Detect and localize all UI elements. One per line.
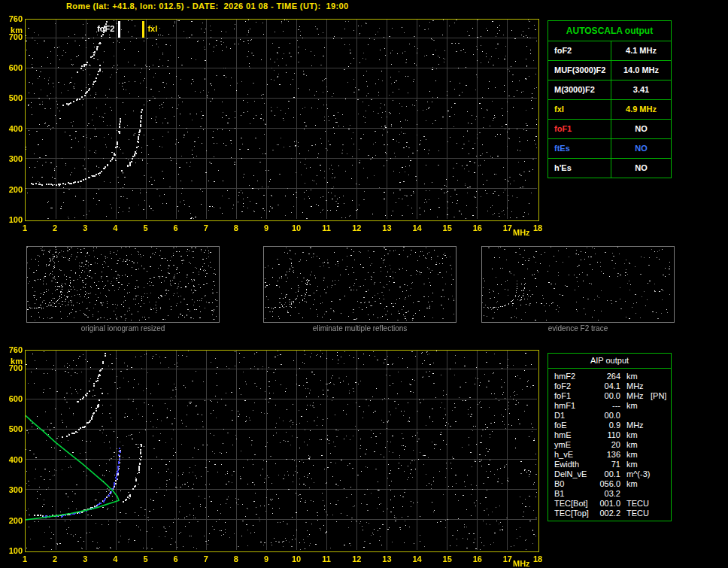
- aip-row-value: 001.0: [593, 499, 620, 509]
- aip-table-row: Ewidth 71 km: [548, 460, 671, 469]
- aip-row-unit: MHz: [626, 421, 651, 430]
- autoscala-row-label: M(3000)F2: [548, 80, 611, 99]
- autoscala-row-value: NO: [611, 120, 671, 138]
- thumbnail-canvas-eliminate: [264, 247, 454, 320]
- aip-row-label: D1: [554, 411, 593, 421]
- x-axis-tick-label: 5: [143, 554, 147, 563]
- x-axis-tick-label: 14: [412, 554, 421, 563]
- station-date-title: Rome (lat: +41.8, lon: 012.5) - DATE: 20…: [66, 2, 349, 11]
- aip-row-value: 00.0: [593, 391, 620, 401]
- autoscala-row-value: 4.1 MHz: [611, 41, 671, 60]
- aip-row-label: B0: [554, 479, 593, 489]
- aip-row-unit: km: [626, 479, 651, 489]
- autoscala-row-label: ftEs: [548, 139, 611, 158]
- aip-table-row: hmF1 --- km: [548, 401, 671, 411]
- x-axis-tick-label: 4: [113, 554, 117, 563]
- autoscala-row-label: MUF(3000)F2: [548, 61, 611, 80]
- ionogram-canvas-top: [26, 20, 537, 219]
- x-axis-tick-label: 6: [174, 554, 178, 563]
- x-axis-tick-label: 2: [53, 554, 57, 563]
- y-axis-tick-label: 100: [3, 215, 23, 224]
- aip-table-row: hmE 110 km: [548, 430, 671, 440]
- thumbnail-original-ionogram: [26, 246, 220, 323]
- autoscala-table-rows: foF2 4.1 MHz MUF(3000)F2 14.0 MHz M(3000…: [548, 41, 671, 178]
- fxI-marker-line: [142, 21, 144, 38]
- aip-row-value: 00.1: [593, 469, 620, 479]
- x-axis-tick-label: 8: [234, 223, 238, 232]
- foF2-marker-label: foF2: [97, 24, 114, 33]
- autoscala-row-label: h'Es: [548, 159, 611, 178]
- aip-row-label: Ewidth: [554, 460, 593, 469]
- autoscala-output-table: AUTOSCALA output foF2 4.1 MHz MUF(3000)F…: [548, 20, 672, 178]
- autoscala-table-row: foF1 NO: [548, 120, 671, 139]
- x-axis-tick-label: 11: [322, 554, 331, 563]
- autoscala-table-row: foF2 4.1 MHz: [548, 41, 671, 61]
- aip-row-unit: km: [626, 440, 651, 450]
- aip-table-row: TEC[Bot] 001.0 TECU: [548, 499, 671, 509]
- thumbnail-canvas-evidence: [482, 247, 672, 320]
- x-axis-tick-label: 14: [412, 223, 421, 232]
- thumbnail-eliminate-reflections: [263, 246, 457, 323]
- aip-row-label: hmF2: [554, 372, 593, 381]
- y-axis-tick-label: 600: [3, 394, 23, 403]
- autoscala-table-title: AUTOSCALA output: [548, 21, 671, 41]
- aip-row-value: 71: [593, 460, 620, 469]
- y-axis-tick-label: 300: [3, 485, 23, 494]
- y-axis-unit-label: km: [3, 26, 23, 35]
- thumbnail-canvas-original: [27, 247, 217, 320]
- aip-row-label: ymE: [554, 440, 593, 450]
- thumbnail-caption-original: original ionogram resized: [26, 324, 220, 333]
- aip-row-label: hmF1: [554, 401, 593, 411]
- y-axis-tick-label: 300: [3, 154, 23, 163]
- foF2-marker-line: [118, 21, 120, 38]
- x-axis-tick-label: 9: [264, 223, 268, 232]
- x-axis-tick-label: 11: [322, 223, 331, 232]
- y-axis-tick-label: 700: [3, 32, 23, 41]
- thumbnail-evidence-f2-trace: [481, 246, 675, 323]
- aip-row-value: 002.2: [593, 509, 620, 518]
- autoscala-row-value: 3.41: [611, 80, 671, 99]
- aip-row-unit: MHz: [626, 391, 651, 401]
- y-axis-tick-label: 700: [3, 363, 23, 372]
- aip-row-label: hmE: [554, 430, 593, 440]
- y-axis-tick-label: 760: [3, 345, 23, 354]
- aip-row-unit: km: [626, 372, 651, 381]
- y-axis-tick-label: 500: [3, 93, 23, 102]
- aip-row-unit: km: [626, 460, 651, 469]
- ionogram-canvas-bottom: [26, 351, 537, 550]
- aip-row-label: foF2: [554, 381, 593, 391]
- y-axis-tick-label: 400: [3, 124, 23, 133]
- aip-row-label: DelN_vE: [554, 469, 593, 479]
- thumbnail-caption-evidence: evidence F2 trace: [481, 324, 675, 333]
- aip-row-unit: km: [626, 401, 651, 411]
- ionogram-plot-top: foF2 fxI: [25, 19, 539, 221]
- autoscala-table-row: fxI 4.9 MHz: [548, 100, 671, 120]
- aip-row-value: 110: [593, 430, 620, 440]
- aip-row-label: foF1: [554, 391, 593, 401]
- aip-table-row: h_vE 136 km: [548, 450, 671, 460]
- y-axis-tick-label: 200: [3, 516, 23, 525]
- thumbnail-caption-eliminate: eliminate multiple reflections: [263, 324, 457, 333]
- autoscala-row-label: foF1: [548, 120, 611, 138]
- x-axis-tick-label: 16: [473, 223, 482, 232]
- autoscala-table-row: ftEs NO: [548, 139, 671, 159]
- aip-row-unit: MHz: [626, 381, 651, 391]
- aip-table-row: foF2 04.1 MHz: [548, 381, 671, 391]
- x-axis-tick-label: 18: [533, 554, 542, 563]
- aip-row-unit: TECU: [626, 509, 651, 518]
- aip-row-note: [PN]: [651, 391, 666, 401]
- ionogram-plot-bottom: [25, 350, 539, 552]
- aip-table-row: B1 03.2: [548, 489, 671, 499]
- aip-row-label: TEC[Bot]: [554, 499, 593, 509]
- y-axis-tick-label: 600: [3, 63, 23, 72]
- x-axis-tick-label: 7: [204, 223, 208, 232]
- y-axis-tick-label: 500: [3, 424, 23, 433]
- x-axis-tick-label: 1: [23, 223, 27, 232]
- autoscala-row-value: 4.9 MHz: [611, 100, 671, 119]
- aip-row-unit: m^(-3): [626, 469, 651, 479]
- aip-row-unit: [626, 411, 651, 421]
- x-axis-tick-label: 6: [174, 223, 178, 232]
- aip-row-label: B1: [554, 489, 593, 499]
- aip-row-value: 04.1: [593, 381, 620, 391]
- aip-row-value: 136: [593, 450, 620, 460]
